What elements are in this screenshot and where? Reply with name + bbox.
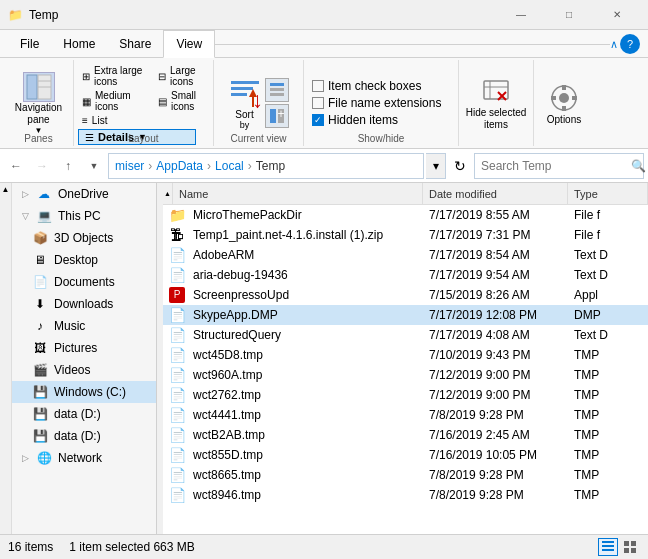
- item-check-boxes-checkbox[interactable]: [312, 80, 324, 92]
- sidebar-item-videos[interactable]: 🎬 Videos: [12, 359, 156, 381]
- file-icon: 📄: [169, 427, 185, 443]
- table-row[interactable]: 📄 StructuredQuery 7/17/2019 4:08 AM Text…: [163, 325, 648, 345]
- extra-large-icons-btn[interactable]: ⊞Extra large icons: [78, 64, 150, 88]
- sidebar-item-pictures[interactable]: 🖼 Pictures: [12, 337, 156, 359]
- table-row[interactable]: 📄 wct4441.tmp 7/8/2019 9:28 PM TMP: [163, 405, 648, 425]
- ribbon-collapse-btn[interactable]: ∧: [610, 38, 618, 51]
- sidebar-item-3d-objects[interactable]: 📦 3D Objects: [12, 227, 156, 249]
- up-button[interactable]: ↑: [56, 154, 80, 178]
- table-row[interactable]: 📄 wctB2AB.tmp 7/16/2019 2:45 AM TMP: [163, 425, 648, 445]
- desktop-icon: 🖥: [32, 252, 48, 268]
- hidden-items-option[interactable]: ✓ Hidden items: [312, 113, 398, 127]
- breadcrumb-item-local[interactable]: Local: [215, 159, 244, 173]
- col-header-type[interactable]: Type: [568, 183, 648, 204]
- table-row[interactable]: P ScreenpressoUpd 7/15/2019 8:26 AM Appl: [163, 285, 648, 305]
- table-row[interactable]: 📄 SkypeApp.DMP 7/17/2019 12:08 PM DMP: [163, 305, 648, 325]
- svg-rect-22: [562, 85, 566, 90]
- breadcrumb: miser › AppData › Local › Temp: [108, 153, 424, 179]
- table-row[interactable]: 📄 aria-debug-19436 7/17/2019 9:54 AM Tex…: [163, 265, 648, 285]
- large-icons-btn[interactable]: ⊟Large icons: [154, 64, 209, 88]
- small-icons-btn[interactable]: ▤Small icons: [154, 89, 209, 113]
- medium-icons-btn[interactable]: ▦Medium icons: [78, 89, 150, 113]
- file-cell-name: P ScreenpressoUpd: [163, 285, 423, 304]
- refresh-button[interactable]: ↻: [448, 154, 472, 178]
- file-name-extensions-checkbox[interactable]: [312, 97, 324, 109]
- this-pc-icon: 💻: [36, 208, 52, 224]
- hidden-items-checkbox[interactable]: ✓: [312, 114, 324, 126]
- table-row[interactable]: 📄 wct45D8.tmp 7/10/2019 9:43 PM TMP: [163, 345, 648, 365]
- add-columns-icon[interactable]: +: [265, 104, 289, 128]
- svg-rect-23: [562, 106, 566, 111]
- search-input[interactable]: [481, 159, 631, 173]
- group-by-icon[interactable]: [265, 78, 289, 102]
- table-row[interactable]: 📄 wct2762.tmp 7/12/2019 9:00 PM TMP: [163, 385, 648, 405]
- breadcrumb-item-appdata[interactable]: AppData: [156, 159, 203, 173]
- table-row[interactable]: 📁 MicroThemePackDir 7/17/2019 8:55 AM Fi…: [163, 205, 648, 225]
- file-name-extensions-label: File name extensions: [328, 96, 441, 110]
- title-bar-controls: — □ ✕: [498, 0, 640, 30]
- nav-pane-label: Navigationpane: [15, 102, 62, 126]
- file-cell-date: 7/17/2019 9:54 AM: [423, 265, 568, 284]
- sidebar-item-downloads[interactable]: ⬇ Downloads: [12, 293, 156, 315]
- recent-locations-button[interactable]: ▼: [82, 154, 106, 178]
- file-cell-name: 📄 AdobeARM: [163, 245, 423, 264]
- sidebar-item-desktop[interactable]: 🖥 Desktop: [12, 249, 156, 271]
- sidebar-scroll-up[interactable]: ▲: [2, 185, 10, 194]
- tab-view[interactable]: View: [163, 30, 215, 58]
- file-icon: 📄: [169, 327, 185, 343]
- hide-selected-button[interactable]: Hide selecteditems: [464, 73, 529, 133]
- table-row[interactable]: 📄 wct8665.tmp 7/8/2019 9:28 PM TMP: [163, 465, 648, 485]
- options-button[interactable]: Options: [545, 80, 583, 127]
- data-d1-icon: 💾: [32, 406, 48, 422]
- sidebar-item-network[interactable]: ▷ 🌐 Network: [12, 447, 156, 469]
- address-dropdown-button[interactable]: ▾: [426, 153, 446, 179]
- tab-file[interactable]: File: [8, 30, 51, 58]
- sidebar-item-this-pc[interactable]: ▽ 💻 This PC: [12, 205, 156, 227]
- svg-text:+: +: [277, 108, 284, 121]
- file-name: AdobeARM: [193, 248, 254, 262]
- panes-label: Panes: [4, 133, 73, 144]
- sidebar-item-windows-c[interactable]: 💾 Windows (C:): [12, 381, 156, 403]
- table-row[interactable]: 📄 wct855D.tmp 7/16/2019 10:05 PM TMP: [163, 445, 648, 465]
- close-button[interactable]: ✕: [594, 0, 640, 30]
- maximize-button[interactable]: □: [546, 0, 592, 30]
- col-header-name[interactable]: Name: [173, 183, 423, 204]
- hidden-items-label: Hidden items: [328, 113, 398, 127]
- svg-rect-25: [572, 96, 577, 100]
- sidebar-item-documents[interactable]: 📄 Documents: [12, 271, 156, 293]
- sidebar-item-data-d2[interactable]: 💾 data (D:): [12, 425, 156, 447]
- search-box[interactable]: 🔍: [474, 153, 644, 179]
- navigation-pane-button[interactable]: Navigationpane ▼: [8, 73, 69, 133]
- table-row[interactable]: 📄 wct8946.tmp 7/8/2019 9:28 PM TMP: [163, 485, 648, 505]
- table-row[interactable]: 📄 AdobeARM 7/17/2019 8:54 AM Text D: [163, 245, 648, 265]
- svg-rect-15: [484, 81, 508, 99]
- large-icons-view-toggle[interactable]: [620, 538, 640, 556]
- file-name: wct960A.tmp: [193, 368, 262, 382]
- table-row[interactable]: 📄 wct960A.tmp 7/12/2019 9:00 PM TMP: [163, 365, 648, 385]
- file-cell-type: Text D: [568, 245, 648, 264]
- file-cell-name: 📄 wct45D8.tmp: [163, 345, 423, 364]
- file-icon: 📄: [169, 447, 185, 463]
- show-hide-content: Item check boxes File name extensions ✓ …: [308, 62, 454, 144]
- sidebar-item-onedrive[interactable]: ▷ ☁ OneDrive: [12, 183, 156, 205]
- minimize-button[interactable]: —: [498, 0, 544, 30]
- downloads-label: Downloads: [54, 297, 113, 311]
- item-check-boxes-option[interactable]: Item check boxes: [312, 79, 421, 93]
- list-btn[interactable]: ≡List: [78, 114, 150, 127]
- svg-rect-28: [602, 549, 614, 551]
- col-header-date[interactable]: Date modified: [423, 183, 568, 204]
- details-view-toggle[interactable]: [598, 538, 618, 556]
- status-bar: 16 items 1 item selected 663 MB: [0, 534, 648, 558]
- layout-top-row: ⊞Extra large icons ▦Medium icons ≡List ⊟…: [78, 64, 209, 127]
- tab-home[interactable]: Home: [51, 30, 107, 58]
- table-row[interactable]: 🗜 Temp1_paint.net-4.1.6.install (1).zip …: [163, 225, 648, 245]
- item-count: 16 items: [8, 540, 53, 554]
- tab-share[interactable]: Share: [107, 30, 163, 58]
- sidebar-item-data-d1[interactable]: 💾 data (D:): [12, 403, 156, 425]
- back-button[interactable]: ←: [4, 154, 28, 178]
- file-name-extensions-option[interactable]: File name extensions: [312, 96, 441, 110]
- breadcrumb-item-miser[interactable]: miser: [115, 159, 144, 173]
- sidebar-item-music[interactable]: ♪ Music: [12, 315, 156, 337]
- help-button[interactable]: ?: [620, 34, 640, 54]
- forward-button[interactable]: →: [30, 154, 54, 178]
